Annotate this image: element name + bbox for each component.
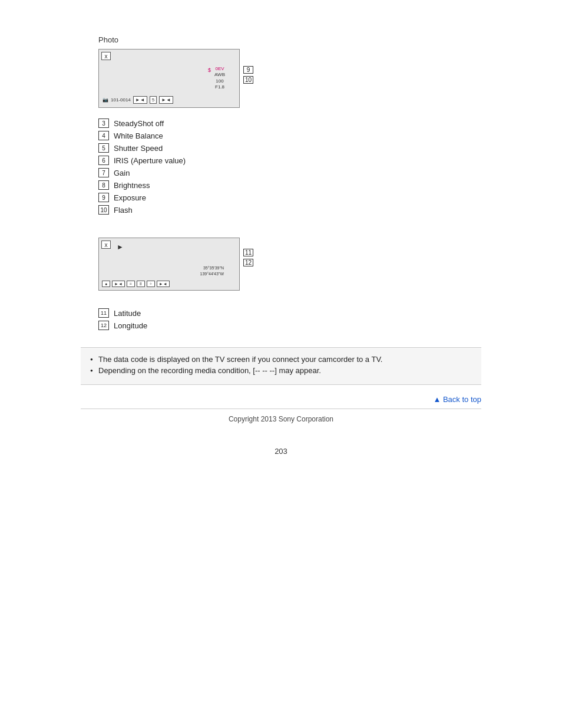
- video-screen-x-button[interactable]: x: [101, 241, 111, 249]
- section-label-photo: Photo: [98, 35, 118, 44]
- screen-bottom-bar: 📷 101-0014 ►◄ 5 ►◄: [103, 96, 173, 104]
- screen-dollar-sign: $: [208, 67, 211, 73]
- badge-7: 7: [98, 168, 109, 177]
- list-item-12: 12 Longitude: [98, 321, 147, 330]
- video-btn3: II: [137, 281, 145, 287]
- label-11: Latitude: [114, 309, 141, 318]
- screen-camera-icon: 📷: [103, 97, 108, 103]
- screen-btn1: ►◄: [133, 96, 147, 104]
- video-indicator-11: 11: [243, 249, 253, 256]
- note-1: The data code is displayed on the TV scr…: [90, 355, 472, 364]
- copyright: Copyright 2013 Sony Corporation: [81, 415, 481, 423]
- coords-lon: 139°44'43"W: [200, 271, 224, 277]
- badge-12: 12: [98, 321, 109, 330]
- label-3: SteadyShot off: [114, 119, 164, 128]
- notes-section: The data code is displayed on the TV scr…: [81, 347, 481, 385]
- video-btn4: ÷: [147, 281, 155, 287]
- label-6: IRIS (Aperture value): [114, 156, 186, 165]
- list-item-3: 3 SteadyShot off: [98, 118, 186, 128]
- back-to-top-link[interactable]: Back to top: [433, 395, 481, 404]
- label-5: Shutter Speed: [114, 144, 163, 153]
- screen-iso: 100: [214, 78, 225, 84]
- screen-btn2: 5: [150, 96, 157, 104]
- screen-btn3: ►◄: [159, 96, 173, 104]
- page-wrapper: Photo x $ 0EV AWB 100 F1.8 9 10 📷 101-00…: [0, 0, 562, 479]
- list-item-5: 5 Shutter Speed: [98, 143, 186, 153]
- video-btn-dot: ●: [102, 281, 110, 287]
- badge-3: 3: [98, 118, 109, 128]
- badge-10: 10: [98, 205, 109, 215]
- photo-numbered-list: 3 SteadyShot off 4 White Balance 5 Shutt…: [98, 118, 186, 218]
- coords-lat: 35°35'39"N: [200, 265, 224, 271]
- video-indicator-12: 12: [243, 259, 253, 266]
- screen-coords: 35°35'39"N 139°44'43"W: [200, 265, 224, 277]
- badge-4: 4: [98, 131, 109, 140]
- badge-9: 9: [98, 193, 109, 202]
- label-12: Longitude: [114, 321, 147, 330]
- indicator-9: 9: [243, 66, 253, 74]
- screen-f-value: F1.8: [214, 84, 225, 90]
- screen-play-icon: ►: [117, 243, 124, 251]
- photo-camera-screen: x $ 0EV AWB 100 F1.8 9 10 📷 101-0014 ►◄ …: [98, 49, 240, 108]
- screen-counter: 101-0014: [111, 97, 131, 103]
- label-8: Brightness: [114, 181, 150, 190]
- badge-5: 5: [98, 143, 109, 153]
- screen-awb: AWB: [214, 72, 225, 78]
- badge-8: 8: [98, 180, 109, 190]
- video-right-indicators: 11 12: [243, 249, 253, 266]
- video-numbered-list: 11 Latitude 12 Longitude: [98, 308, 147, 333]
- list-item-4: 4 White Balance: [98, 131, 186, 140]
- list-item-9: 9 Exposure: [98, 193, 186, 202]
- screen-x-button[interactable]: x: [101, 52, 111, 60]
- list-item-10: 10 Flash: [98, 205, 186, 215]
- list-item-7: 7 Gain: [98, 168, 186, 177]
- right-indicators: 9 10: [243, 66, 253, 84]
- divider: [81, 409, 481, 409]
- list-item-8: 8 Brightness: [98, 180, 186, 190]
- screen-oev-area: 0EV AWB 100 F1.8: [214, 66, 225, 91]
- video-camera-screen: x ► 35°35'39"N 139°44'43"W 11 12 ● ►◄ = …: [98, 238, 240, 291]
- video-screen-bottom-bar: ● ►◄ = II ÷ ►◄: [102, 281, 170, 287]
- content-area: Photo x $ 0EV AWB 100 F1.8 9 10 📷 101-00…: [81, 35, 481, 456]
- video-btn5: ►◄: [157, 281, 170, 287]
- badge-6: 6: [98, 156, 109, 165]
- label-4: White Balance: [114, 131, 163, 140]
- label-10: Flash: [114, 206, 133, 215]
- page-number: 203: [81, 447, 481, 456]
- list-item-11: 11 Latitude: [98, 308, 147, 318]
- label-9: Exposure: [114, 193, 146, 202]
- indicator-10: 10: [243, 76, 253, 84]
- label-7: Gain: [114, 169, 130, 177]
- back-to-top-row: Back to top: [81, 394, 481, 404]
- video-btn2: =: [127, 281, 135, 287]
- video-btn1: ►◄: [112, 281, 125, 287]
- list-item-6: 6 IRIS (Aperture value): [98, 156, 186, 165]
- screen-oev: 0EV: [214, 66, 225, 72]
- badge-11: 11: [98, 308, 109, 318]
- notes-list: The data code is displayed on the TV scr…: [90, 355, 472, 375]
- note-2: Depending on the recording media conditi…: [90, 366, 472, 375]
